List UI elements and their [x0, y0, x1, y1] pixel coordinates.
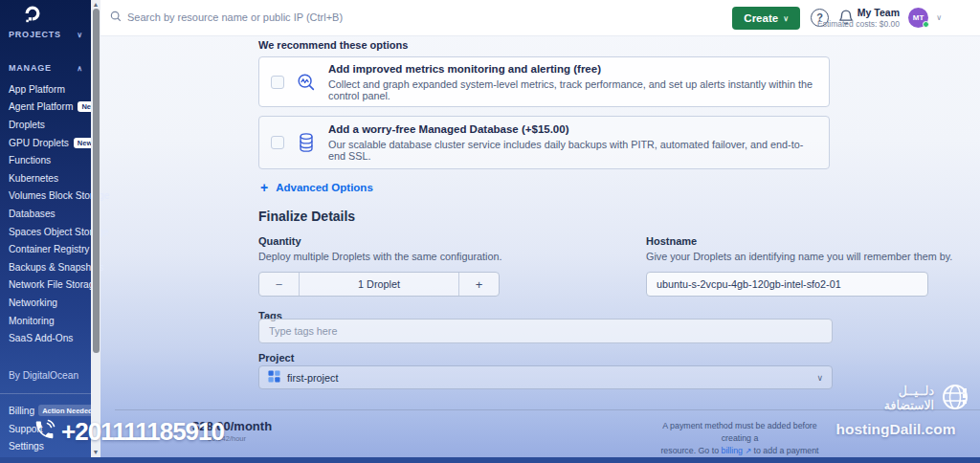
- sidebar-item-billing[interactable]: BillingAction Needed: [9, 402, 91, 420]
- sidebar-section-projects[interactable]: PROJECTS ∨: [9, 30, 83, 39]
- sidebar: PROJECTS ∨ MANAGE ∧ App Platform Agent P…: [0, 0, 91, 463]
- sidebar-item-label: Network File Storage: [9, 279, 100, 290]
- quantity-helper: Deploy multiple Droplets with the same c…: [258, 251, 501, 262]
- billing-link[interactable]: billing: [721, 446, 743, 455]
- database-icon: [294, 132, 319, 153]
- quantity-value: 1 Droplet: [300, 273, 458, 296]
- sidebar-item-network-file-storage[interactable]: Network File Storage: [9, 276, 91, 295]
- finalize-details-heading: Finalize Details: [258, 209, 355, 224]
- sidebar-item-label: Billing: [9, 406, 34, 416]
- chevron-down-icon: ∨: [783, 14, 789, 23]
- hostname-helper: Give your Droplets an identifying name y…: [646, 251, 952, 262]
- sidebar-item-functions[interactable]: Functions: [9, 151, 91, 169]
- vertical-scrollbar[interactable]: ▲ ▼: [91, 0, 100, 463]
- select-chevron-down-icon: ∨: [816, 373, 823, 383]
- project-grid-icon: [268, 369, 280, 386]
- plus-icon: +: [260, 180, 268, 195]
- sidebar-item-gpu-droplets[interactable]: GPU DropletsNew: [9, 134, 91, 152]
- account-chevron-down-icon[interactable]: ∨: [936, 13, 942, 22]
- account-info: My Team Estimated costs: $0.00: [817, 7, 900, 29]
- option-title: Add a worry-free Managed Database (+$15.…: [328, 123, 817, 135]
- scrollbar-thumb[interactable]: [93, 9, 100, 353]
- sidebar-item-label: Droplets: [9, 120, 45, 130]
- digitalocean-logo-icon[interactable]: [23, 4, 42, 27]
- by-digitalocean-label: By DigitalOcean: [9, 370, 78, 381]
- sidebar-item-volumes-block-storage[interactable]: Volumes Block Storage: [9, 187, 91, 206]
- option-card-managed-database[interactable]: Add a worry-free Managed Database (+$15.…: [258, 116, 830, 169]
- advanced-options-label: Advanced Options: [276, 182, 373, 193]
- sidebar-item-spaces-object-storage[interactable]: Spaces Object Storage: [9, 223, 91, 241]
- sidebar-item-label: Support: [9, 424, 43, 434]
- quantity-increment-button[interactable]: +: [458, 273, 499, 296]
- sidebar-item-agent-platform[interactable]: Agent PlatformNew: [9, 99, 91, 117]
- sidebar-item-networking[interactable]: Networking: [9, 294, 91, 312]
- sidebar-item-label: Kubernetes: [9, 173, 58, 184]
- quantity-decrement-button[interactable]: −: [259, 273, 300, 296]
- sidebar-item-backups-snapshots[interactable]: Backups & Snapshots: [9, 258, 91, 276]
- sidebar-item-label: GPU Droplets: [9, 138, 69, 148]
- sidebar-divider: [0, 393, 91, 394]
- metrics-monitoring-icon: [294, 72, 319, 93]
- sidebar-nav: App Platform Agent PlatformNew Droplets …: [9, 80, 91, 347]
- sidebar-item-container-registry[interactable]: Container Registry: [9, 240, 91, 258]
- sidebar-item-label: Databases: [9, 209, 56, 219]
- option-card-metrics[interactable]: Add improved metrics monitoring and aler…: [258, 56, 830, 107]
- hostname-input[interactable]: [646, 272, 928, 297]
- sidebar-item-support[interactable]: Support: [9, 420, 91, 438]
- sidebar-item-app-platform[interactable]: App Platform: [9, 80, 91, 99]
- sidebar-item-saas-add-ons[interactable]: SaaS Add-Ons: [9, 329, 91, 347]
- database-checkbox[interactable]: [271, 136, 284, 149]
- scrollbar-down-arrow-icon[interactable]: ▼: [92, 449, 100, 456]
- option-description: Our scalable database cluster service in…: [328, 139, 817, 162]
- hostname-label: Hostname: [646, 235, 697, 247]
- droplet-create-page: PROJECTS ∨ MANAGE ∧ App Platform Agent P…: [0, 0, 980, 463]
- chevron-up-icon: ∧: [77, 64, 83, 73]
- option-texts: Add improved metrics monitoring and aler…: [328, 63, 817, 101]
- advanced-options-toggle[interactable]: + Advanced Options: [260, 180, 373, 195]
- option-texts: Add a worry-free Managed Database (+$15.…: [328, 123, 817, 162]
- team-name: My Team: [817, 7, 900, 18]
- manage-label: MANAGE: [9, 63, 52, 73]
- option-title: Add improved metrics monitoring and aler…: [328, 63, 817, 75]
- projects-label: PROJECTS: [9, 30, 61, 39]
- online-status-dot: [923, 21, 929, 28]
- payment-note-prefix: resource. Go to: [660, 446, 721, 455]
- sidebar-footer-nav: BillingAction Needed Support Settings AP…: [9, 402, 91, 463]
- sidebar-item-settings[interactable]: Settings: [9, 438, 91, 456]
- avatar-initials: MT: [913, 13, 924, 22]
- hourly-price: $0.042/hour: [208, 434, 246, 443]
- tags-input[interactable]: [258, 319, 833, 343]
- sidebar-item-kubernetes[interactable]: Kubernetes: [9, 169, 91, 187]
- global-search: [110, 9, 426, 26]
- quantity-stepper: − 1 Droplet +: [258, 272, 500, 297]
- search-icon: [110, 9, 122, 26]
- sidebar-item-databases[interactable]: Databases: [9, 205, 91, 223]
- sidebar-item-label: Networking: [9, 298, 57, 308]
- chevron-down-icon: ∨: [77, 31, 83, 39]
- action-needed-badge: Action Needed: [38, 405, 97, 416]
- bottom-edge-strip: [0, 457, 980, 463]
- scrollbar-up-arrow-icon[interactable]: ▲: [92, 1, 100, 9]
- quantity-label: Quantity: [258, 235, 301, 247]
- main-area: Create ∨ ? My Team Estimated costs: $0.0…: [100, 0, 980, 463]
- payment-note-line1: A payment method must be added before cr…: [662, 421, 816, 443]
- top-navigation-bar: Create ∨ ? My Team Estimated costs: $0.0…: [100, 0, 980, 36]
- metrics-checkbox[interactable]: [271, 76, 284, 89]
- sidebar-item-label: Agent Platform: [9, 101, 73, 112]
- sidebar-item-label: Settings: [9, 441, 44, 452]
- create-button-label: Create: [744, 12, 778, 24]
- sidebar-section-manage[interactable]: MANAGE ∧: [9, 63, 83, 73]
- recommend-heading: We recommend these options: [258, 39, 408, 51]
- option-description: Collect and graph expanded system-level …: [328, 78, 817, 101]
- project-select[interactable]: first-project ∨: [258, 365, 833, 389]
- project-value: first-project: [287, 372, 810, 384]
- sidebar-item-label: Backups & Snapshots: [9, 262, 104, 273]
- footer-divider: [115, 409, 980, 410]
- estimated-costs: Estimated costs: $0.00: [817, 19, 900, 29]
- sidebar-item-label: SaaS Add-Ons: [9, 333, 73, 343]
- sidebar-item-monitoring[interactable]: Monitoring: [9, 312, 91, 330]
- search-input[interactable]: [127, 11, 414, 23]
- project-label: Project: [258, 352, 294, 364]
- sidebar-item-droplets[interactable]: Droplets: [9, 116, 91, 134]
- create-button[interactable]: Create ∨: [732, 7, 800, 30]
